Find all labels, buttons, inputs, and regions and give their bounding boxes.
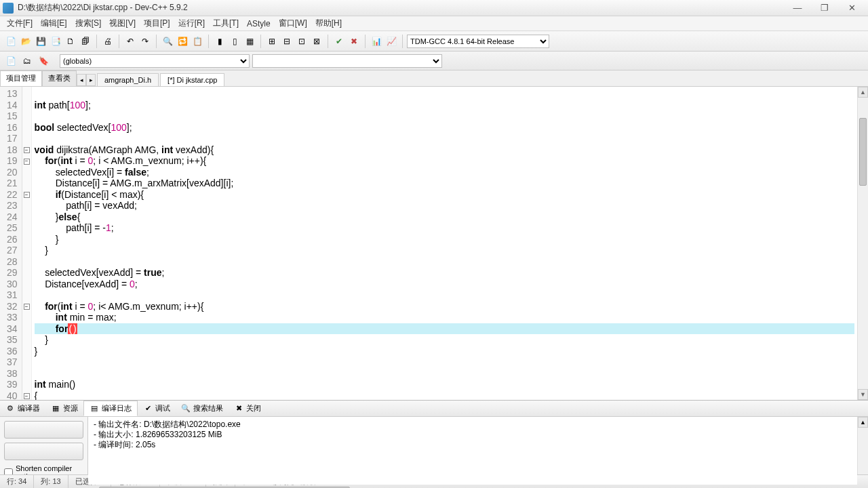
menu-item[interactable]: 运行[R] bbox=[174, 16, 209, 30]
menu-item[interactable]: AStyle bbox=[243, 18, 275, 30]
menu-item[interactable]: 视图[V] bbox=[105, 16, 140, 30]
close-button[interactable]: ✕ bbox=[838, 1, 865, 15]
goto-button[interactable]: ▮ bbox=[213, 35, 226, 48]
close-file-button[interactable]: 🗋 bbox=[64, 35, 77, 48]
syntax-check-button[interactable]: ✔ bbox=[332, 35, 346, 48]
scroll-up-icon[interactable]: ▲ bbox=[858, 87, 868, 98]
compile-output[interactable]: - 输出文件名: D:\数据结构\2022\topo.exe- 输出大小: 1.… bbox=[88, 417, 857, 485]
editor-scrollbar-vertical[interactable]: ▲ ▼ bbox=[857, 87, 868, 400]
minimize-button[interactable]: — bbox=[784, 1, 811, 15]
file-tab[interactable]: [*] Di jkstar.cpp bbox=[160, 73, 224, 86]
code-line[interactable] bbox=[35, 256, 854, 268]
print-button[interactable]: 🖨 bbox=[101, 35, 115, 48]
output-scrollbar-horizontal[interactable]: ◀ ▶ bbox=[0, 485, 868, 488]
find-in-files-button[interactable]: 📋 bbox=[191, 35, 204, 48]
fold-toggle[interactable]: − bbox=[24, 192, 30, 198]
bottom-tab[interactable]: ✖关闭 bbox=[229, 401, 267, 415]
code-line[interactable] bbox=[35, 110, 854, 122]
code-line[interactable]: } bbox=[35, 334, 854, 346]
menu-item[interactable]: 搜索[S] bbox=[71, 16, 106, 30]
compiler-select[interactable]: TDM-GCC 4.8.1 64-bit Release bbox=[407, 35, 549, 48]
code-line[interactable]: int main() bbox=[35, 379, 854, 390]
code-line[interactable] bbox=[35, 88, 854, 100]
open-file-button[interactable]: 📂 bbox=[19, 35, 33, 48]
bottom-tab[interactable]: ▦资源 bbox=[45, 401, 83, 415]
close-all-button[interactable]: 🗐 bbox=[79, 35, 92, 48]
code-line[interactable]: if(Distance[i] < max){ bbox=[35, 189, 854, 201]
profile-button[interactable]: 📊 bbox=[370, 35, 383, 48]
bottom-tab[interactable]: ⚙编译器 bbox=[0, 401, 45, 415]
fold-toggle[interactable]: − bbox=[24, 147, 30, 153]
find-button[interactable]: 🔍 bbox=[161, 35, 174, 48]
code-content[interactable]: int path[100];bool selectedVex[100];void… bbox=[32, 87, 857, 400]
bottom-tab[interactable]: 🔍搜索结果 bbox=[176, 401, 229, 415]
fold-gutter[interactable]: −−−−− bbox=[22, 87, 32, 400]
code-line[interactable]: } bbox=[35, 245, 854, 256]
code-line[interactable] bbox=[35, 357, 854, 368]
new-source-button[interactable]: 📄 bbox=[4, 54, 18, 68]
code-line[interactable]: Distance[i] = AMG.m_arxMatrix[vexAdd][i]… bbox=[35, 178, 854, 189]
code-line[interactable]: } bbox=[35, 234, 854, 245]
save-button[interactable]: 💾 bbox=[34, 35, 47, 48]
main-toolbar: 📄 📂 💾 📑 🗋 🗐 🖨 ↶ ↷ 🔍 🔁 📋 ▮ ▯ ▦ ⊞ ⊟ ⊡ ⊠ ✔ … bbox=[0, 31, 868, 52]
code-line[interactable]: int min = max; bbox=[35, 312, 854, 323]
tab-nav-right[interactable]: ▸ bbox=[86, 74, 96, 86]
new-file-button[interactable]: 📄 bbox=[4, 35, 18, 48]
code-line[interactable] bbox=[35, 133, 854, 144]
code-line[interactable]: for(int i = 0; i < AMG.m_vexnum; i++){ bbox=[35, 155, 854, 167]
scope-select[interactable]: (globals) bbox=[60, 54, 250, 68]
maximize-button[interactable]: ❐ bbox=[811, 1, 838, 15]
scroll-thumb[interactable] bbox=[859, 118, 867, 186]
menu-item[interactable]: 项目[P] bbox=[140, 16, 174, 30]
bottom-tab[interactable]: ✔调试 bbox=[138, 401, 176, 415]
code-line[interactable]: for() bbox=[35, 323, 854, 335]
member-select[interactable] bbox=[252, 54, 442, 68]
abort-compile-button[interactable] bbox=[4, 421, 83, 439]
code-line[interactable]: } bbox=[35, 346, 854, 357]
code-line[interactable]: bool selectedVex[100]; bbox=[35, 122, 854, 134]
code-line[interactable]: int path[100]; bbox=[35, 100, 854, 111]
menu-item[interactable]: 窗口[W] bbox=[275, 16, 311, 30]
code-line[interactable]: }else{ bbox=[35, 211, 854, 223]
run-button[interactable]: ⊟ bbox=[280, 35, 294, 48]
menu-item[interactable]: 工具[T] bbox=[209, 16, 243, 30]
fold-toggle[interactable]: − bbox=[24, 159, 30, 165]
code-line[interactable]: Distance[vexAdd] = 0; bbox=[35, 279, 854, 290]
code-line[interactable]: selectedVex[i] = false; bbox=[35, 167, 854, 178]
code-line[interactable]: path[i] = vexAdd; bbox=[35, 200, 854, 211]
file-tab[interactable]: amgraph_Di.h bbox=[97, 73, 159, 86]
code-line[interactable]: selectedVex[vexAdd] = true; bbox=[35, 267, 854, 279]
rebuild-button[interactable]: ⊠ bbox=[310, 35, 323, 48]
save-all-button[interactable]: 📑 bbox=[49, 35, 62, 48]
code-line[interactable] bbox=[35, 289, 854, 301]
side-tab[interactable]: 项目管理 bbox=[0, 70, 42, 86]
bookmark-button[interactable]: ▯ bbox=[228, 35, 241, 48]
window-title: D:\数据结构\2022\Di jkstar.cpp - Dev-C++ 5.9… bbox=[18, 2, 784, 14]
redo-button[interactable]: ↷ bbox=[138, 35, 152, 48]
debug-button[interactable]: 📈 bbox=[384, 35, 398, 48]
bottom-tab[interactable]: ▤编译日志 bbox=[83, 401, 138, 416]
replace-button[interactable]: 🔁 bbox=[176, 35, 189, 48]
side-tab[interactable]: 查看类 bbox=[42, 70, 77, 86]
compile-run-button[interactable]: ⊡ bbox=[295, 35, 309, 48]
code-editor[interactable]: 1314151617181920212223242526272829303132… bbox=[0, 87, 868, 400]
code-line[interactable]: { bbox=[35, 390, 854, 401]
menu-item[interactable]: 文件[F] bbox=[3, 16, 37, 30]
fold-toggle[interactable]: − bbox=[24, 304, 30, 310]
compile-button[interactable]: ⊞ bbox=[265, 35, 279, 48]
code-line[interactable]: path[i] = -1; bbox=[35, 222, 854, 234]
copy-log-button[interactable] bbox=[4, 443, 83, 460]
code-line[interactable]: for(int i = 0; i< AMG.m_vexnum; i++){ bbox=[35, 301, 854, 312]
menu-item[interactable]: 帮助[H] bbox=[311, 16, 346, 30]
tab-nav-left[interactable]: ◂ bbox=[77, 74, 86, 86]
code-line[interactable]: void dijikstra(AMGraph AMG, int vexAdd){ bbox=[35, 144, 854, 156]
scroll-down-icon[interactable]: ▼ bbox=[858, 389, 868, 400]
menu-item[interactable]: 编辑[E] bbox=[37, 16, 71, 30]
bookmark-list-button[interactable]: 🔖 bbox=[37, 54, 50, 68]
stop-button[interactable]: ✖ bbox=[347, 35, 361, 48]
undo-button[interactable]: ↶ bbox=[123, 35, 137, 48]
bookmark-next-button[interactable]: ▦ bbox=[243, 35, 256, 48]
code-line[interactable] bbox=[35, 368, 854, 380]
fold-toggle[interactable]: − bbox=[24, 393, 30, 399]
class-view-button[interactable]: 🗂 bbox=[20, 54, 34, 68]
